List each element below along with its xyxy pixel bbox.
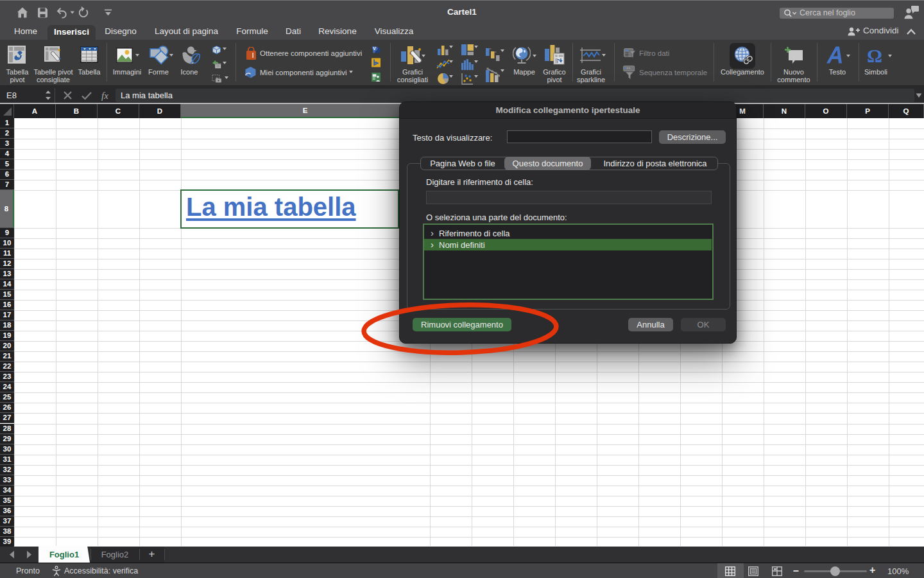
svg-text:fx: fx <box>101 91 108 101</box>
svg-text:Ω: Ω <box>867 46 882 64</box>
svg-text:V: V <box>373 46 376 51</box>
